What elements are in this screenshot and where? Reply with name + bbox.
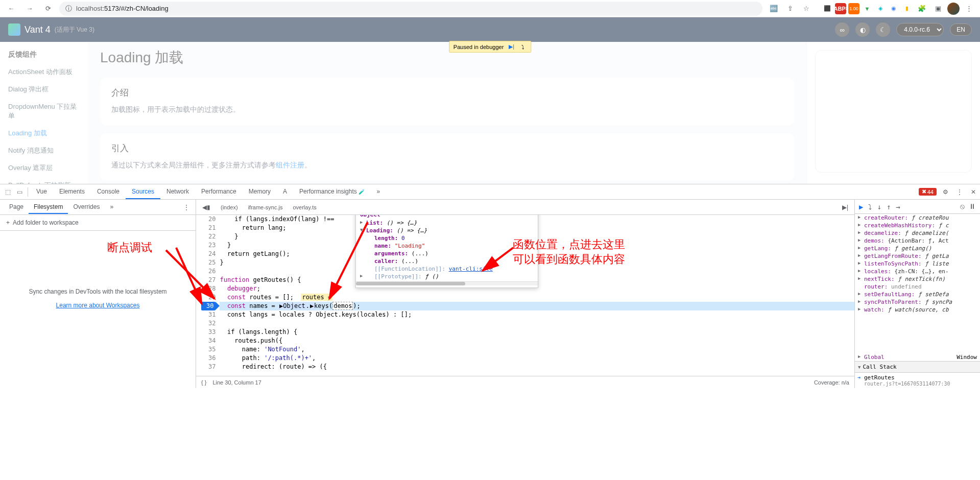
resume-button[interactable]: ▶| [507, 43, 516, 51]
scope-variable-row[interactable]: watch: ƒ watch(source, cb [855, 306, 980, 314]
devtools-tab[interactable]: Elements [53, 185, 91, 199]
step-icon[interactable]: → [896, 203, 900, 211]
devtools-tabs: ⬚ ▭ VueElementsConsoleSourcesNetworkPerf… [0, 184, 980, 200]
forward-button[interactable]: → [22, 2, 37, 16]
scope-variable-row[interactable]: decamelize: ƒ decamelize( [855, 229, 980, 237]
popup-scrollbar[interactable] [356, 281, 538, 285]
callstack-frame[interactable]: getRoutes router.js?t=1667053114077:30 [855, 373, 980, 388]
scope-variable-row[interactable]: createWebHashHistory: ƒ c [855, 222, 980, 229]
popup-property-row[interactable]: caller: (...) [356, 257, 538, 265]
popup-property-row[interactable]: [[Prototype]]: ƒ () [356, 273, 538, 280]
device-toggle-icon[interactable]: ▭ [14, 186, 26, 198]
tabs-overflow[interactable]: » [371, 185, 387, 199]
learn-more-link[interactable]: Learn more about Workspaces [0, 302, 196, 309]
extensions-icon[interactable]: 🧩 [915, 2, 929, 16]
add-folder-button[interactable]: + Add folder to workspace [0, 215, 196, 231]
popup-property-row[interactable]: List: () => {…} [356, 219, 538, 227]
devtools: ⬚ ▭ VueElementsConsoleSourcesNetworkPerf… [0, 184, 980, 388]
navigator-menu-icon[interactable]: ⋮ [181, 202, 192, 213]
ext-icon-5[interactable]: ◈ [875, 3, 886, 14]
scope-variable-row[interactable]: listenToSyncPath: ƒ liste [855, 260, 980, 268]
debugger-banner-text: Paused in debugger [453, 44, 504, 50]
ext-icon-1[interactable]: ⬛ [822, 3, 833, 14]
file-tab[interactable]: (index) [216, 202, 243, 212]
scope-variable-row[interactable]: nextTick: ƒ nextTick(fn) [855, 275, 980, 283]
more-tabs-icon[interactable]: ▶| [839, 202, 851, 213]
file-tab[interactable]: iframe-sync.js [243, 202, 288, 212]
popup-property-row[interactable]: [[FunctionLocation]]: vant-cli:site [356, 265, 538, 273]
info-icon: ⓘ [65, 4, 72, 13]
sources-subtab[interactable]: Page [4, 201, 29, 214]
plus-icon: + [6, 219, 10, 226]
sources-subtab[interactable]: Overrides [68, 201, 105, 214]
reload-button[interactable]: ⟳ [41, 2, 55, 16]
url-bar[interactable]: ⓘ localhost:5173/#/zh-CN/loading [59, 2, 762, 16]
devtools-tab[interactable]: Sources [126, 185, 160, 199]
ext-abp-icon[interactable]: ABP2 [835, 3, 846, 14]
scope-variable-row[interactable]: locales: {zh-CN: {…}, en- [855, 268, 980, 275]
line-gutter[interactable]: 202122232425262728293031323334353637 [196, 215, 220, 376]
devtools-tab[interactable]: A [277, 185, 293, 199]
scope-variable-row[interactable]: getLang: ƒ getLang() [855, 245, 980, 252]
toggle-navigator-icon[interactable]: ◀▮ [199, 202, 213, 213]
translate-icon[interactable]: 🔤 [767, 2, 781, 16]
scope-variable-row[interactable]: setDefaultLang: ƒ setDefa [855, 291, 980, 298]
devtools-menu-icon[interactable]: ⋮ [954, 186, 965, 198]
scope-variable-row[interactable]: syncPathToParent: ƒ syncPa [855, 298, 980, 306]
code-editor-panel: ◀▮ (index)iframe-sync.jsoverlay.ts ▶| 20… [196, 200, 854, 388]
popup-property-row[interactable]: name: "Loading" [356, 242, 538, 250]
scope-variable-row[interactable]: createRouter: ƒ createRou [855, 214, 980, 222]
code-editor[interactable]: 202122232425262728293031323334353637 if … [196, 215, 854, 376]
profile-avatar[interactable] [947, 3, 960, 15]
ext-icon-6[interactable]: ◉ [888, 3, 899, 14]
sync-help-text: Sync changes in DevTools with the local … [0, 231, 196, 302]
pretty-print-icon[interactable]: { } [201, 379, 206, 386]
ext-icon-7[interactable]: ▮ [901, 3, 913, 14]
inspect-element-icon[interactable]: ⬚ [2, 186, 14, 198]
devtools-close-icon[interactable]: ✕ [969, 186, 978, 198]
sources-subtab[interactable]: Filesystem [29, 201, 68, 214]
resume-icon[interactable]: ▶ [859, 203, 863, 211]
deactivate-bp-icon[interactable]: ⦸ [960, 202, 965, 211]
share-icon[interactable]: ⇧ [783, 2, 797, 16]
popup-property-row[interactable]: Loading: () => {…} [356, 227, 538, 234]
step-over-icon[interactable]: ⤵ [868, 203, 872, 211]
scope-variable-row[interactable]: getLangFromRoute: ƒ getLa [855, 252, 980, 260]
chrome-menu-icon[interactable]: ⋮ [962, 2, 976, 16]
pause-exceptions-icon[interactable]: ⏸ [969, 202, 976, 211]
devtools-tab[interactable]: Vue [30, 185, 53, 199]
object-hover-popup: Object List: () => {…}Loading: () => {…}… [355, 215, 538, 288]
devtools-tab[interactable]: Console [91, 185, 126, 199]
callstack-fn: getRoutes [864, 374, 977, 381]
page-content: Paused in debugger ▶| ⤵ Vant 4 (适用于 Vue … [0, 17, 980, 184]
scope-variable-row[interactable]: demos: {ActionBar: ƒ, Act [855, 237, 980, 245]
scope-variables[interactable]: createRouter: ƒ createRoucreateWebHashHi… [855, 214, 980, 353]
scope-variable-row[interactable]: router: undefined [855, 283, 980, 291]
back-button[interactable]: ← [4, 2, 18, 16]
step-button[interactable]: ⤵ [519, 43, 527, 51]
toolbar-icons: 🔤 ⇧ ☆ ⬛ ABP2 1.00 ▼ ◈ ◉ ▮ 🧩 ▣ ⋮ [767, 2, 976, 16]
tab-performance-insights[interactable]: Performance insights [293, 185, 371, 199]
devtools-tab[interactable]: Performance [195, 185, 243, 199]
popup-title: Object [356, 215, 538, 219]
popup-property-row[interactable]: length: 0 [356, 234, 538, 242]
cursor-position: Line 30, Column 17 [212, 379, 261, 386]
devtools-tab[interactable]: Network [160, 185, 195, 199]
settings-icon[interactable]: ⚙ [941, 186, 950, 198]
devtools-tab[interactable]: Memory [243, 185, 277, 199]
sources-navigator: PageFilesystemOverrides» ⋮ + Add folder … [0, 200, 196, 388]
ext-vue-icon[interactable]: ▼ [862, 3, 873, 14]
callstack-header[interactable]: Call Stack [855, 361, 980, 373]
sources-subtab[interactable]: » [105, 201, 118, 214]
file-tab[interactable]: overlay.ts [288, 202, 321, 212]
popup-property-row[interactable]: arguments: (...) [356, 250, 538, 257]
error-count-badge[interactable]: ✖ 44 [919, 188, 937, 196]
step-out-icon[interactable]: ↑ [887, 203, 891, 211]
scope-global-row[interactable]: Global Window [855, 353, 980, 361]
step-into-icon[interactable]: ↓ [877, 203, 881, 211]
bookmark-icon[interactable]: ☆ [799, 2, 814, 16]
file-tabs: ◀▮ (index)iframe-sync.jsoverlay.ts ▶| [196, 200, 854, 215]
ext-icon-3[interactable]: 1.00 [848, 3, 859, 14]
editor-status-bar: { } Line 30, Column 17 Coverage: n/a [196, 376, 854, 388]
panel-icon[interactable]: ▣ [931, 2, 945, 16]
